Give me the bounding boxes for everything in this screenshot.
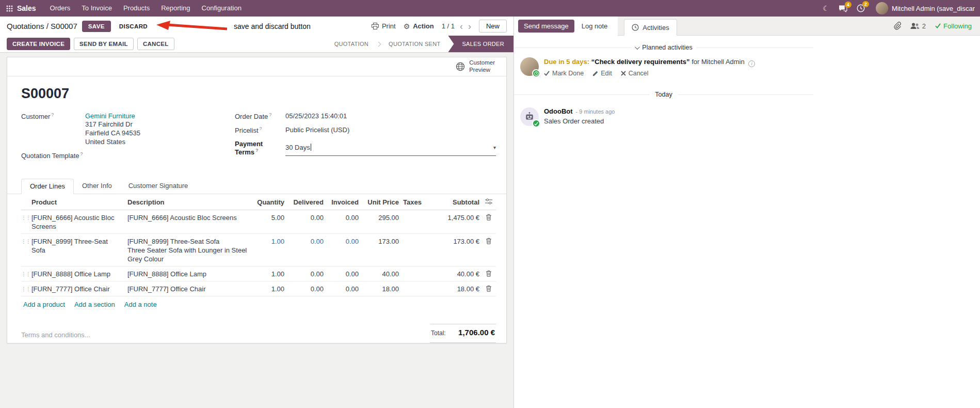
cell-delivered[interactable]: 0.00 [286,213,326,222]
cell-product[interactable]: [FURN_7777] Office Chair [29,285,125,293]
save-button[interactable]: SAVE [82,21,111,32]
customer-preview-button[interactable]: Customer Preview [451,58,500,75]
table-row[interactable]: ⋮⋮ [FURN_7777] Office Chair [FURN_7777] … [21,281,496,296]
edit-activity-button[interactable]: Edit [592,70,612,77]
table-row[interactable]: ⋮⋮ [FURN_8888] Office Lamp [FURN_8888] O… [21,266,496,281]
send-by-email-button[interactable]: SEND BY EMAIL [74,38,134,50]
tab-other-info[interactable]: Other Info [74,179,120,194]
terms-and-conditions-input[interactable]: Terms and conditions... [21,324,90,343]
delete-row-icon[interactable] [481,237,496,244]
tab-customer-signature[interactable]: Customer Signature [120,179,197,194]
create-invoice-button[interactable]: CREATE INVOICE [7,38,70,50]
app-name[interactable]: Sales [17,4,36,12]
customer-label: Customer? [21,112,85,146]
user-avatar[interactable] [876,2,888,14]
cell-description[interactable]: [FURN_8999] Three-Seat SofaThree Seater … [125,237,253,263]
cell-product[interactable]: [FURN_8999] Three-Seat Sofa [29,237,125,255]
step-sales-order[interactable]: SALES ORDER [448,36,513,52]
info-icon[interactable]: i [748,60,755,67]
gear-icon: ⚙ [404,22,410,30]
delete-row-icon[interactable] [481,285,496,292]
action-label: Action [413,22,433,30]
cell-description[interactable]: [FURN_6666] Acoustic Bloc Screens [125,213,253,222]
delete-row-icon[interactable] [481,270,496,277]
step-quotation-sent[interactable]: QUOTATION SENT [381,36,448,52]
cell-invoiced[interactable]: 0.00 [326,213,361,222]
activities-tab[interactable]: Activities [624,19,677,36]
drag-handle-icon[interactable]: ⋮⋮ [21,285,29,293]
cell-unit-price[interactable]: 40.00 [361,270,401,278]
cell-quantity[interactable]: 1.00 [253,270,286,278]
cell-quantity[interactable]: 1.00 [253,237,286,246]
table-row[interactable]: ⋮⋮ [FURN_8999] Three-Seat Sofa [FURN_899… [21,234,496,266]
new-button[interactable]: New [479,20,507,33]
print-button[interactable]: Print [372,22,396,30]
activities-menu[interactable]: 2 [857,4,865,12]
message-author[interactable]: OdooBot [544,107,573,115]
cell-delivered[interactable]: 0.00 [286,237,326,246]
cell-description[interactable]: [FURN_8888] Office Lamp [125,270,253,278]
cell-product[interactable]: [FURN_6666] Acoustic Bloc Screens [29,213,125,231]
cancel-button[interactable]: CANCEL [137,38,174,50]
drag-handle-icon[interactable]: ⋮⋮ [21,270,29,278]
cell-invoiced[interactable]: 0.00 [326,237,361,246]
following-button[interactable]: Following [935,22,972,30]
cell-invoiced[interactable]: 0.00 [326,285,361,293]
menu-configuration[interactable]: Configuration [196,0,247,17]
order-lines-header: Product Description Quantity Delivered I… [21,194,496,210]
cell-quantity[interactable]: 1.00 [253,285,286,293]
help-icon: ? [81,151,83,156]
optional-columns-icon[interactable] [481,198,496,205]
pager-next-icon[interactable]: › [468,22,471,31]
drag-handle-icon[interactable]: ⋮⋮ [21,213,29,222]
quotation-template-input[interactable] [85,151,235,162]
field-quotation-template: Quotation Template? [21,151,235,162]
messages-menu[interactable]: 4 [839,5,847,12]
cell-delivered[interactable]: 0.00 [286,285,326,293]
apps-menu-icon[interactable] [5,5,17,12]
add-section-link[interactable]: Add a section [74,301,115,308]
tab-order-lines[interactable]: Order Lines [21,179,74,194]
menu-orders[interactable]: Orders [44,0,76,17]
cell-unit-price[interactable]: 173.00 [361,237,401,246]
delete-row-icon[interactable] [481,213,496,221]
dark-mode-toggle[interactable]: ☾ [823,4,829,12]
add-note-link[interactable]: Add a note [124,301,157,308]
customer-link[interactable]: Gemini Furniture [85,112,235,120]
pager-count[interactable]: 1 / 1 [442,22,455,30]
breadcrumb-separator: / [46,22,49,30]
attach-files-button[interactable] [893,22,901,30]
discard-button[interactable]: DISCARD [116,21,151,32]
cell-unit-price[interactable]: 295.00 [361,213,401,222]
cell-product[interactable]: [FURN_8888] Office Lamp [29,270,125,278]
pager-previous-icon[interactable]: ‹ [460,22,463,31]
column-invoiced: Invoiced [326,198,361,207]
cell-description[interactable]: [FURN_7777] Office Chair [125,285,253,293]
followers-icon [910,22,920,29]
cell-quantity[interactable]: 5.00 [253,213,286,222]
cancel-activity-button[interactable]: Cancel [621,70,649,77]
followers-button[interactable]: 2 [910,22,926,30]
add-product-link[interactable]: Add a product [23,301,65,308]
planned-activities-header[interactable]: Planned activities [514,44,813,51]
menu-products[interactable]: Products [118,0,155,17]
cell-delivered[interactable]: 0.00 [286,270,326,278]
menu-to-invoice[interactable]: To Invoice [76,0,118,17]
pricelist-value[interactable]: Public Pricelist (USD) [285,126,496,136]
step-quotation[interactable]: QUOTATION [327,36,376,52]
breadcrumb-quotations[interactable]: Quotations [7,22,44,30]
action-menu-button[interactable]: ⚙ Action [404,22,434,30]
cell-invoiced[interactable]: 0.00 [326,270,361,278]
log-note-button[interactable]: Log note [576,20,613,32]
table-row[interactable]: ⋮⋮ [FURN_6666] Acoustic Bloc Screens [FU… [21,210,496,234]
drag-handle-icon[interactable]: ⋮⋮ [21,237,29,246]
caret-down-icon[interactable]: ▾ [493,145,496,150]
user-name[interactable]: Mitchell Admin (save_discar [892,5,975,12]
payment-terms-input[interactable]: 30 Days ▾ [285,140,496,156]
send-message-button[interactable]: Send message [518,20,574,33]
order-date-value[interactable]: 05/25/2023 15:40:01 [285,112,496,122]
quotation-template-label: Quotation Template? [21,151,85,162]
cell-unit-price[interactable]: 18.00 [361,285,401,293]
menu-reporting[interactable]: Reporting [155,0,196,17]
mark-done-button[interactable]: Mark Done [544,70,584,77]
